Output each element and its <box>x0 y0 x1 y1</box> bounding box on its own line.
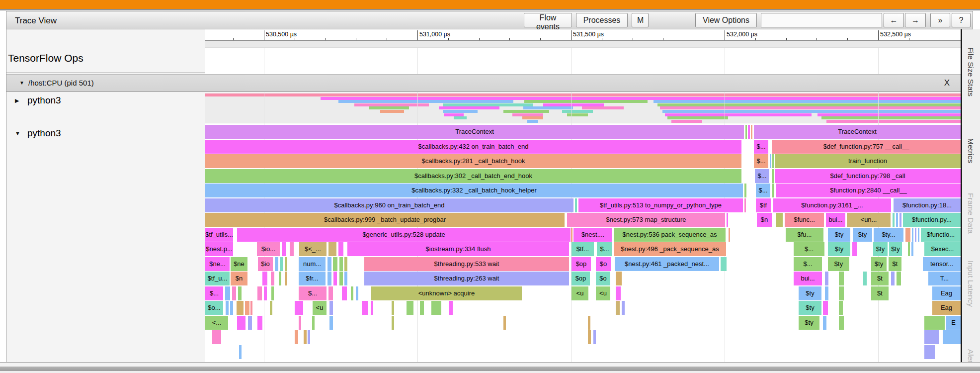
flame-span[interactable] <box>262 272 267 285</box>
tab-metrics[interactable]: Metrics <box>966 138 975 163</box>
flame-span[interactable] <box>239 345 242 359</box>
flame-span[interactable] <box>825 286 828 300</box>
flame-span[interactable] <box>327 257 331 271</box>
flame-span[interactable]: $ty <box>828 228 850 242</box>
flame-span[interactable] <box>911 242 913 256</box>
flame-span[interactable]: $op <box>572 257 591 271</box>
flame-span[interactable] <box>329 316 333 330</box>
flame-span[interactable]: $callbacks.py:332 _call_batch_hook_helpe… <box>205 184 743 197</box>
flame-span[interactable]: tensor... <box>923 257 961 271</box>
flame-span[interactable]: T... <box>928 272 961 285</box>
flame-span[interactable] <box>339 272 343 285</box>
flame-span[interactable] <box>744 198 746 212</box>
flame-span[interactable]: $... <box>299 286 327 300</box>
flame-span[interactable]: $ty... <box>874 228 903 242</box>
flame-span[interactable] <box>924 316 945 330</box>
flame-span[interactable] <box>825 272 828 285</box>
tab-frame-data[interactable]: Frame Data <box>966 193 975 234</box>
flame-span[interactable]: bui... <box>826 213 845 227</box>
flame-span[interactable]: $ty <box>799 316 819 330</box>
flame-span[interactable] <box>299 316 301 330</box>
chevron-down-icon[interactable]: ▼ <box>15 130 20 136</box>
flame-span[interactable]: $functio... <box>921 228 961 242</box>
flame-span[interactable] <box>616 272 622 285</box>
flame-span[interactable] <box>721 257 727 271</box>
flame-span[interactable]: $callbacks.py:302 _call_batch_end_hook <box>205 169 741 183</box>
flame-span[interactable]: $... <box>755 169 769 183</box>
flame-span[interactable]: $o <box>596 257 611 271</box>
flame-span[interactable] <box>772 169 774 183</box>
flame-span[interactable]: $def_function.py:757 __call__ <box>772 140 961 154</box>
flame-span[interactable] <box>593 330 596 344</box>
time-ruler[interactable]: 530,500 µs531,000 µs531,500 µs532,000 µs… <box>205 29 961 41</box>
flame-span[interactable] <box>588 316 590 330</box>
flame-span[interactable]: Eag <box>932 301 961 315</box>
flame-span[interactable] <box>280 257 283 271</box>
flame-span[interactable]: $tf_utils.py:513 to_numpy_or_python_type <box>578 198 743 212</box>
flame-span[interactable]: <u <box>572 286 588 300</box>
flame-span[interactable]: $... <box>756 184 770 197</box>
flame-span[interactable] <box>823 316 826 330</box>
flame-span[interactable] <box>729 228 730 242</box>
flame-span[interactable] <box>924 330 939 344</box>
flame-span[interactable]: $io <box>258 257 273 271</box>
flame-span[interactable] <box>275 257 278 271</box>
flame-span[interactable]: $ne <box>231 257 247 271</box>
flame-span[interactable] <box>407 301 413 315</box>
flame-span[interactable]: $function.py:18... <box>894 198 961 212</box>
flame-span[interactable]: $callbacks.py:281 _call_batch_hook <box>205 154 741 168</box>
flame-span[interactable] <box>943 330 961 344</box>
flame-span[interactable]: TraceContext <box>754 125 961 139</box>
view-options-button[interactable]: View Options <box>695 13 757 27</box>
flame-span[interactable] <box>897 272 901 285</box>
flame-span[interactable]: $ty <box>871 257 887 271</box>
flame-span[interactable] <box>271 286 274 300</box>
flame-span[interactable] <box>745 125 747 139</box>
flame-span[interactable]: $iostream.py:334 flush <box>347 242 569 256</box>
flame-span[interactable] <box>776 213 783 227</box>
flame-span[interactable]: $... <box>794 257 822 271</box>
flame-span[interactable] <box>852 242 857 256</box>
flame-span[interactable] <box>237 316 245 330</box>
flame-span[interactable] <box>230 301 233 315</box>
flame-span[interactable]: $function.py... <box>903 213 961 227</box>
flame-span[interactable] <box>257 286 262 300</box>
flame-span[interactable]: $ty <box>799 301 821 315</box>
flame-span[interactable] <box>237 301 244 315</box>
flame-span[interactable] <box>271 272 274 285</box>
flame-span[interactable]: <un... <box>847 213 891 227</box>
flame-span[interactable]: $... <box>794 242 824 256</box>
flame-span[interactable] <box>327 272 331 285</box>
flame-span[interactable]: num... <box>299 257 326 271</box>
flame-span[interactable] <box>449 301 453 315</box>
flame-span[interactable]: $tf_u... <box>205 272 230 285</box>
flame-span[interactable] <box>751 125 752 139</box>
flame-span[interactable]: $t <box>871 286 889 300</box>
next-arrow-button[interactable]: → <box>905 13 926 27</box>
device-header-host-cpu[interactable]: ▼ /host:CPU (pid 501) X <box>6 74 961 92</box>
flame-span[interactable]: $nest.py:496 _pack_sequence_as <box>614 242 726 256</box>
flame-span[interactable] <box>282 242 286 256</box>
thread-row-python3-collapsed[interactable]: ▶ python3 <box>6 93 205 110</box>
chevron-right-icon[interactable]: ▶ <box>15 97 19 104</box>
flame-span[interactable]: bui... <box>794 272 822 285</box>
flame-span[interactable]: $generic_utils.py:528 update <box>237 228 571 242</box>
flame-span[interactable] <box>342 286 347 300</box>
flame-span[interactable] <box>304 330 307 344</box>
flame-span[interactable] <box>915 228 916 242</box>
flame-span[interactable]: TraceContext <box>205 125 744 139</box>
flame-span[interactable] <box>362 301 368 315</box>
flame-span[interactable] <box>328 242 336 256</box>
flame-span[interactable]: $exec... <box>924 242 961 256</box>
flame-span[interactable] <box>420 301 424 315</box>
flame-span[interactable]: Eag <box>932 286 961 300</box>
flame-span[interactable] <box>270 301 272 315</box>
flame-span[interactable] <box>212 330 221 344</box>
flame-span[interactable] <box>329 301 333 315</box>
tab-alerts[interactable]: Aler <box>966 349 975 363</box>
flame-span[interactable]: $function.py:2840 __call__ <box>776 184 961 197</box>
flame-span[interactable] <box>744 184 746 197</box>
flame-span[interactable] <box>431 301 441 315</box>
flame-span[interactable]: $ne... <box>205 257 230 271</box>
flame-span[interactable] <box>823 301 828 315</box>
